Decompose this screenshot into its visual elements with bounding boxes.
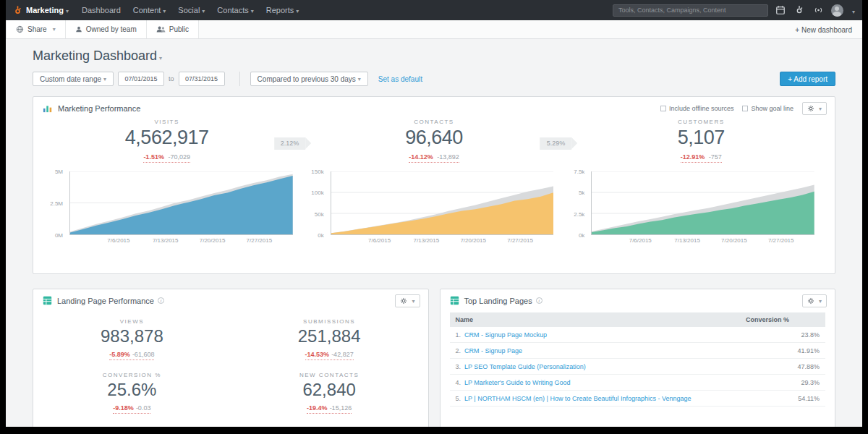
app-window: Marketing Dashboard Content Social Conta… — [6, 0, 862, 427]
customers-delta-abs: -757 — [709, 153, 722, 161]
landing-performance-header: Landing Page Performance i — [33, 289, 428, 310]
new-contacts-delta-pct: -19.4% — [307, 404, 328, 412]
submissions-value: 251,884 — [231, 326, 428, 346]
info-icon[interactable]: i — [536, 297, 542, 304]
conversion-value: 23.8% — [740, 327, 825, 343]
conversion-value: 54.11% — [740, 391, 825, 407]
nav-item-social[interactable]: Social — [178, 6, 205, 14]
contacts-y-axis: 150k100k50k0k — [307, 171, 328, 235]
conversion-delta-abs: -0.03 — [136, 404, 151, 412]
landing-settings-button[interactable] — [395, 294, 420, 307]
checkbox-icon — [660, 106, 666, 111]
add-report-button[interactable]: + Add report — [780, 72, 835, 86]
top-pages-table: Name Conversion % 1.CRM - Signup Page Mo… — [450, 312, 826, 407]
conversion-label: CONVERSION % — [33, 372, 231, 378]
nav-item-dashboard[interactable]: Dashboard — [82, 6, 121, 14]
page-link[interactable]: LP Marketer's Guide to Writing Good — [464, 379, 570, 386]
global-search-input[interactable] — [613, 4, 768, 17]
top-pages-header: Top Landing Pages i — [441, 289, 835, 310]
user-avatar[interactable] — [831, 4, 843, 17]
conversion-value: 29.3% — [740, 375, 825, 391]
contacts-delta: -14.12% -13,892 — [409, 153, 459, 163]
page-title[interactable]: Marketing Dashboard — [33, 48, 162, 63]
account-caret-icon[interactable] — [850, 4, 855, 17]
custom-date-range-button[interactable]: Custom date range — [33, 72, 114, 86]
customers-metric: CUSTOMERS 5,107 -12.91% -757 — [568, 119, 835, 163]
compare-period-button[interactable]: Compared to previous 30 days — [250, 72, 368, 86]
public-tab[interactable]: Public — [147, 20, 199, 38]
views-label: VIEWS — [33, 318, 231, 325]
new-contacts-metric: NEW CONTACTS 62,840 -19.4%-15,126 — [231, 372, 428, 414]
row-rank: 1. — [456, 331, 461, 339]
row-rank: 4. — [456, 379, 461, 386]
page-link[interactable]: CRM - Signup Page — [464, 347, 522, 354]
visits-y-axis: 5M2.5M0M — [46, 171, 67, 235]
nav-item-reports[interactable]: Reports — [266, 6, 299, 14]
top-navigation: Marketing Dashboard Content Social Conta… — [6, 0, 862, 20]
contacts-label: CONTACTS — [300, 119, 567, 125]
customers-x-axis: 7/6/20157/13/20157/20/20157/27/2015 — [591, 237, 814, 247]
report-table-icon — [450, 296, 459, 305]
marketing-performance-header: Marketing Performance Include offline so… — [33, 97, 835, 117]
share-button[interactable]: Share — [6, 20, 66, 38]
visits-metric: VISITS 4,562,917 -1.51% -70,029 — [33, 119, 300, 163]
marketing-performance-panel: Marketing Performance Include offline so… — [33, 96, 835, 274]
divider — [239, 72, 240, 86]
marketing-performance-title: Marketing Performance — [58, 104, 140, 113]
contacts-to-customers-arrow: 5.29% — [540, 137, 572, 150]
conversion-value: 41.91% — [740, 343, 825, 359]
date-from-input[interactable] — [118, 72, 164, 86]
visits-delta: -1.51% -70,029 — [143, 153, 190, 163]
owned-by-team-tab[interactable]: Owned by team — [66, 20, 147, 38]
name-column-header: Name — [450, 312, 741, 327]
new-dashboard-button[interactable]: + New dashboard — [795, 20, 852, 39]
table-row: 5.LP | NORTHAM HSCM (en) | How to Create… — [450, 391, 826, 407]
contacts-x-axis: 7/6/20157/13/20157/20/20157/27/2015 — [331, 237, 554, 247]
top-pages-settings-button[interactable] — [802, 294, 827, 307]
contacts-value: 96,640 — [300, 127, 567, 149]
gear-icon — [807, 105, 814, 112]
funnel-metrics: VISITS 4,562,917 -1.51% -70,029 CONTACTS… — [33, 119, 835, 163]
performance-settings-button[interactable] — [802, 102, 827, 115]
table-row: 3.LP SEO Template Guide (Personalization… — [450, 359, 826, 375]
top-landing-pages-panel: Top Landing Pages i Name Conversion % — [440, 289, 836, 427]
gear-icon — [807, 297, 814, 305]
landing-metrics-grid: VIEWS 983,878 -5.89%-61,608 SUBMISSIONS … — [33, 318, 428, 414]
contacts-area-chart: 150k100k50k0k 7/6/20157/13/20157/20/2015… — [307, 171, 554, 247]
customers-label: CUSTOMERS — [568, 119, 835, 125]
new-contacts-label: NEW CONTACTS — [231, 372, 428, 378]
visits-to-contacts-arrow: 2.12% — [274, 137, 306, 150]
conversion-column-header: Conversion % — [740, 312, 825, 327]
row-rank: 2. — [456, 347, 461, 354]
conversion-metric: CONVERSION % 25.6% -9.18%-0.03 — [33, 372, 231, 414]
views-delta-pct: -5.89% — [109, 351, 130, 358]
date-to-input[interactable] — [179, 72, 225, 86]
visits-area-chart: 5M2.5M0M 7/6/20157/13/20157/20/20157/27/… — [46, 171, 293, 247]
new-contacts-value: 62,840 — [231, 380, 428, 400]
broadcast-icon[interactable] — [812, 4, 825, 17]
page-link[interactable]: LP SEO Template Guide (Personalization) — [464, 363, 586, 370]
report-table-icon — [43, 296, 52, 305]
page-link[interactable]: CRM - Signup Page Mockup — [464, 331, 547, 339]
include-offline-sources-checkbox[interactable]: Include offline sources — [660, 105, 733, 112]
landing-performance-title: Landing Page Performance — [57, 297, 154, 305]
nav-item-content[interactable]: Content — [133, 6, 166, 14]
sprocket-logo-icon — [13, 6, 22, 15]
sprocket-menu-icon[interactable] — [793, 4, 806, 17]
nav-item-contacts[interactable]: Contacts — [217, 6, 253, 14]
public-label: Public — [169, 25, 189, 33]
row-rank: 5. — [456, 395, 461, 402]
landing-page-performance-panel: Landing Page Performance i VIEWS 983,878… — [33, 289, 429, 427]
conversion-value: 25.6% — [33, 380, 231, 400]
show-goal-line-checkbox[interactable]: Show goal line — [742, 105, 793, 112]
calendar-icon[interactable] — [775, 4, 787, 17]
hubspot-brand-menu[interactable]: Marketing — [13, 6, 69, 15]
page-link[interactable]: LP | NORTHAM HSCM (en) | How to Create B… — [464, 395, 691, 402]
customers-area-chart: 7.5k5k2.5k0k 7/6/20157/13/20157/20/20157… — [568, 171, 814, 247]
dashboard-toolbar: Share Owned by team Public + New dashboa… — [6, 20, 862, 39]
gear-icon — [400, 297, 407, 305]
info-icon[interactable]: i — [158, 297, 164, 304]
customers-delta: -12.91% -757 — [681, 153, 722, 163]
show-goal-label: Show goal line — [751, 105, 793, 112]
set-as-default-link[interactable]: Set as default — [378, 75, 422, 83]
